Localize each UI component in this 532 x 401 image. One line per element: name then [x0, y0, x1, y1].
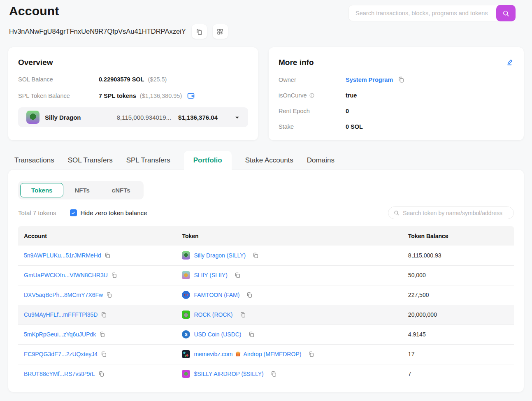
account-link[interactable]: 5mKpRpGeui...zYq6uJUPdk [24, 331, 96, 338]
token-selector-name: Silly Dragon [45, 114, 81, 121]
usdc-token-icon [182, 330, 190, 338]
token-balance: 4.9145 [402, 325, 514, 344]
account-link[interactable]: Cu9MAyHFLf...mFFFTPi35D [24, 311, 98, 318]
summary-cards: Overview SOL Balance 0.22903579 SOL ($25… [8, 47, 524, 140]
account-link[interactable]: 5n9AWPLUKu...51rJMRMeHd [24, 252, 101, 259]
wallet-button[interactable] [187, 92, 195, 100]
table-row: 5n9AWPLUKu...51rJMRMeHd Silly Dragon (SI… [18, 246, 514, 265]
tab-sol-transfers[interactable]: SOL Transfers [68, 151, 113, 170]
token-link[interactable]: FAMTOON (FAM) [194, 292, 239, 298]
account-link[interactable]: GmUaPWCKXn...VfWN8CHR3U [24, 272, 108, 278]
owner-row: Owner System Program [279, 76, 514, 83]
hide-zero-toggle[interactable]: Hide zero token balance [70, 209, 147, 216]
copy-icon [99, 331, 105, 338]
copy-token-button[interactable] [252, 252, 259, 259]
token-link[interactable]: SLIIY (SLIIY) [194, 272, 227, 278]
subtab-tokens[interactable]: Tokens [20, 183, 63, 197]
global-search-button[interactable] [496, 5, 516, 21]
copy-account-button[interactable] [98, 371, 105, 377]
account-address: Hv3nANwFgU84grTFnxUeN9R7QfpVsAu41HTDRPAx… [9, 28, 186, 35]
copy-account-button[interactable] [100, 351, 107, 357]
table-row: GmUaPWCKXn...VfWN8CHR3U SLIIY (SLIIY) 50… [18, 265, 514, 285]
edit-button[interactable] [506, 58, 514, 67]
token-search-input[interactable] [403, 210, 509, 216]
owner-label: Owner [279, 76, 346, 83]
overview-title: Overview [18, 58, 248, 67]
copy-account-button[interactable] [104, 252, 111, 259]
account-link[interactable]: BRUT88eYMf...RS7vstP9rL [24, 371, 95, 377]
copy-account-button[interactable] [106, 292, 112, 298]
copy-token-button[interactable] [308, 351, 314, 357]
global-search-input[interactable] [348, 5, 516, 21]
token-selector-dropdown[interactable]: Silly Dragon 8,115,000.934019... $1,136,… [18, 107, 248, 127]
token-link[interactable]: ROCK (ROCK) [194, 311, 232, 318]
account-link[interactable]: EC9PQG3dE7...2zUQxteyJ4 [24, 351, 98, 357]
token-link[interactable]: $SILLY AIRDROP ($SILLY) [194, 371, 263, 377]
account-tabs: Transactions SOL Transfers SPL Transfers… [8, 151, 524, 170]
copy-icon [248, 331, 255, 338]
copy-token-button[interactable] [248, 331, 255, 338]
copy-icon [111, 272, 117, 278]
header-token-balance: Token Balance [402, 226, 514, 246]
copy-icon [252, 252, 259, 259]
tab-domains[interactable]: Domains [307, 151, 335, 170]
token-balance: 50,000 [402, 265, 514, 285]
table-row-hovered: Cu9MAyHFLf...mFFFTPi35D ROCK (ROCK) 20,0… [18, 305, 514, 325]
header-token: Token [176, 226, 402, 246]
tab-transactions[interactable]: Transactions [14, 151, 54, 170]
table-row: DXV5aqBePh...8MCmY7X6Fw FAMTOON (FAM) 22… [18, 285, 514, 305]
token-table: Account Token Token Balance 5n9AWPLUKu..… [18, 226, 514, 384]
copy-icon [104, 252, 111, 259]
copy-icon [106, 292, 112, 298]
qr-code-button[interactable] [213, 24, 228, 39]
hide-zero-checkbox[interactable] [70, 209, 77, 216]
owner-link[interactable]: System Program [346, 76, 393, 83]
sol-balance-usd: ($25.5) [148, 76, 167, 83]
copy-address-button[interactable] [192, 24, 207, 39]
subtab-cnfts[interactable]: cNFTs [101, 183, 142, 197]
copy-account-button[interactable] [99, 331, 105, 338]
spl-balance-usd: ($1,136,380.95) [140, 93, 182, 99]
famtoon-token-icon [182, 291, 190, 299]
tab-stake-accounts[interactable]: Stake Accounts [245, 151, 293, 170]
token-link[interactable]: memevibz.com Airdrop (MEMEDROP) [194, 351, 301, 357]
copy-owner-button[interactable] [397, 76, 404, 83]
sol-balance-row: SOL Balance 0.22903579 SOL ($25.5) [18, 76, 248, 83]
copy-icon [239, 311, 246, 318]
portfolio-panel: Tokens NFTs cNFTs Total 7 tokens Hide ze… [8, 170, 524, 392]
tab-spl-transfers[interactable]: SPL Transfers [126, 151, 170, 170]
token-balance: 227,500 [402, 285, 514, 305]
copy-icon [308, 351, 314, 357]
copy-token-button[interactable] [239, 311, 246, 318]
account-link[interactable]: DXV5aqBePh...8MCmY7X6Fw [24, 292, 103, 298]
is-on-curve-row: isOnCurve true [279, 92, 514, 99]
token-selector-amount: 8,115,000.934019... [117, 114, 171, 121]
rock-token-icon [182, 311, 190, 319]
copy-icon [246, 292, 253, 298]
copy-account-button[interactable] [100, 311, 107, 318]
subtab-nfts[interactable]: NFTs [63, 183, 100, 197]
header: Account [0, 0, 532, 18]
copy-token-button[interactable] [246, 292, 253, 298]
spl-balance-value-group: 7 SPL tokens ($1,136,380.95) [99, 93, 182, 99]
check-icon [71, 211, 76, 216]
chevron-down-icon[interactable] [234, 114, 241, 121]
token-link[interactable]: USD Coin (USDC) [194, 331, 241, 338]
tab-portfolio[interactable]: Portfolio [184, 151, 232, 170]
token-name-suffix: Airdrop (MEMEDROP) [244, 351, 302, 357]
token-selector-usd: $1,136,376.04 [178, 114, 218, 121]
rent-epoch-label: Rent Epoch [279, 108, 346, 114]
more-info-title: More info [279, 58, 514, 67]
copy-icon [397, 76, 404, 83]
info-icon[interactable] [309, 93, 315, 98]
copy-token-button[interactable] [234, 272, 241, 278]
token-link[interactable]: Silly Dragon (SILLY) [194, 252, 246, 259]
more-info-card: More info Owner System Program isOnCurve… [269, 47, 524, 140]
copy-account-button[interactable] [111, 272, 117, 278]
copy-token-button[interactable] [270, 371, 277, 377]
copy-icon [234, 272, 241, 278]
stake-value: 0 SOL [346, 123, 363, 130]
token-search [388, 206, 514, 219]
token-balance: 20,000,000 [402, 305, 514, 325]
is-on-curve-label: isOnCurve [279, 92, 307, 99]
